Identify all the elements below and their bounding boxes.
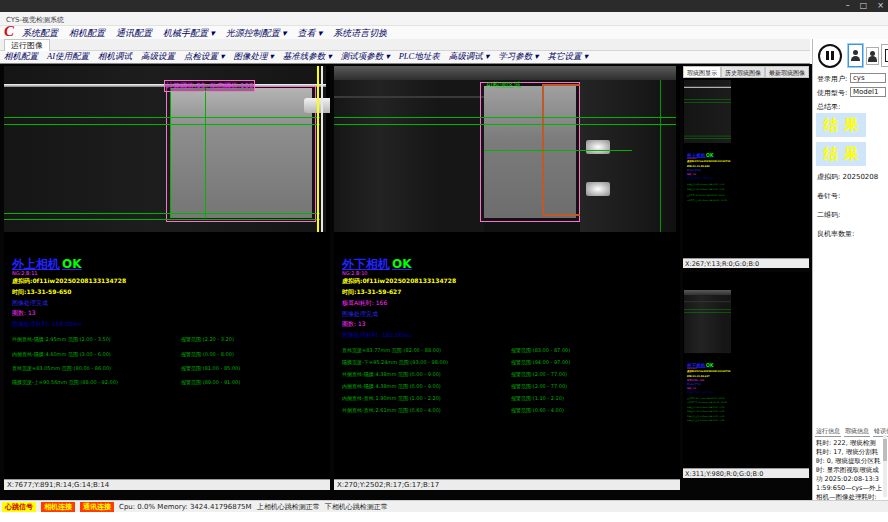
- needle-number-label: 卷针号:: [817, 191, 840, 201]
- tab-defect-display[interactable]: 瑕疵图显示: [683, 66, 721, 77]
- measurement-alarm: 报警范围:(0.00 - 8.00): [181, 351, 234, 357]
- measurement-label: 外侧直线-直线:2.61mm 范围:(0.60 - 4.00): [687, 420, 725, 422]
- tab-defect-history[interactable]: 历史瑕疵图像: [721, 66, 765, 77]
- tool-test-params[interactable]: 测试项参数 ▾: [341, 51, 390, 63]
- upper-camera-view[interactable]: 计算阈值:93, 动态阈值:100 外上相机OK NG:2,B:11 虚拟码:0…: [684, 80, 731, 237]
- defect-image-tabs: 瑕疵图显示 历史瑕疵图像 最新瑕疵图像: [683, 66, 809, 78]
- tool-advanced-debug[interactable]: 高级调试 ▾: [449, 51, 489, 63]
- close-button[interactable]: ×: [877, 1, 884, 11]
- process-time-line: 图像处理耗时: 258.00ms: [687, 177, 714, 180]
- tool-image-processing[interactable]: 图像处理 ▾: [233, 51, 273, 63]
- tool-other-settings[interactable]: 其它设置 ▾: [548, 51, 588, 63]
- user-manage-button[interactable]: [866, 47, 879, 65]
- person-icon: [868, 51, 877, 62]
- result-display-upper: 结 果: [816, 113, 866, 137]
- measurement-label: 内侧直线-直线:1.90mm 范围:(1.00 - 2.20): [687, 415, 725, 417]
- heartbeat-badge: 心跳信号: [2, 502, 36, 512]
- measure-line-vertical: [660, 80, 661, 232]
- lower-camera-thumbnail[interactable]: AI检测区域 外下相机OK NG:2,B:10 虚拟码:0f11iw202502…: [684, 290, 808, 450]
- tool-baseline-params[interactable]: 基准线参数 ▾: [283, 51, 332, 63]
- tool-ai-use-config[interactable]: AI使用配置: [47, 51, 89, 63]
- tab-run-image[interactable]: 运行图像: [4, 39, 50, 51]
- tab-run-info[interactable]: 运行信息: [815, 427, 841, 437]
- barcode-line: 虚拟码:0f11iw20250208133134728: [687, 370, 730, 373]
- cell-block: [170, 88, 312, 218]
- result-ok-badge: OK: [706, 153, 713, 158]
- measurement-row: 直线宽度=83.77mm 范围:(82.00 - 88.00) 报警范围:(83…: [684, 397, 731, 400]
- app-title: CYS-视觉检测系统: [6, 15, 64, 25]
- camera-result-subtitle: NG:2,B:10: [342, 270, 368, 276]
- log-scrollbar[interactable]: [883, 435, 887, 497]
- measurement-label: 外侧直线-隔膜:4.38mm 范围:(0.00 - 9.00): [342, 371, 441, 377]
- pause-button[interactable]: [818, 44, 842, 68]
- lower-camera-view[interactable]: AI检测区域 外下相机OK NG:2,B:10 虚拟码:0f11iw202502…: [334, 66, 680, 479]
- process-done-line: 图像处理完成: [342, 310, 378, 319]
- cpu-memory-stat: Cpu: 0.0% Memory: 3424.41796875M: [119, 503, 252, 511]
- measure-line: [4, 117, 320, 118]
- status-bar: 心跳信号 相机连接 通讯连接 Cpu: 0.0% Memory: 3424.41…: [0, 500, 888, 512]
- os-title-bar: – □ ×: [0, 0, 888, 12]
- total-result-label: 总结果:: [817, 102, 840, 112]
- tool-spot-check[interactable]: 点检设置 ▾: [184, 51, 224, 63]
- minimize-button[interactable]: –: [846, 1, 850, 11]
- threshold-overlay-label: 计算阈值:93, 动态阈值:100: [164, 80, 255, 92]
- maximize-button[interactable]: □: [860, 1, 868, 11]
- measure-line: [334, 124, 676, 125]
- result-display-lower: 结 果: [816, 142, 866, 166]
- measurement-label: 外侧直线-隔膜:2.95mm 范围:(2.00 - 3.50): [12, 336, 111, 342]
- measurement-alarm: 报警范围:(2.00 - 77.00): [511, 383, 567, 389]
- measurement-label: 隔膜宽度-上=90.56mm 范围:(88.00 - 92.00): [12, 379, 118, 385]
- measurement-row: 内侧直线-隔膜:4.60mm 范围:(3.00 - 6.00) 报警范围:(0.…: [684, 188, 731, 191]
- login-user-field[interactable]: cys: [850, 73, 886, 83]
- tool-learning-params[interactable]: 学习参数 ▾: [498, 51, 538, 63]
- measurement-label: 外侧直线-隔膜:4.38mm 范围:(0.00 - 9.00): [687, 406, 725, 408]
- measurement-row: 内侧直线-隔膜:4.38mm 范围:(0.00 - 9.00) 报警范围:(2.…: [334, 383, 680, 391]
- app-title-row: CYS-视觉检测系统: [0, 12, 888, 26]
- time-line: 时间:13-31-59-650: [687, 164, 710, 167]
- upper-camera-view[interactable]: 计算阈值:93, 动态阈值:100 外上相机OK NG:2,B:11 虚拟码:0…: [4, 66, 330, 479]
- measurement-label: 内侧直线-隔膜:4.60mm 范围:(3.00 - 6.00): [687, 188, 725, 190]
- control-panel: 登录用户: cys 使用型号: Model1 总结果: 结 果 结 果 虚拟码:…: [812, 39, 888, 500]
- machine-structure: [684, 295, 731, 353]
- tab-defect-latest[interactable]: 最新瑕疵图像: [765, 66, 809, 77]
- measurement-row: 隔膜宽度-上=90.56mm 范围:(88.00 - 92.00) 报警范围:(…: [684, 199, 731, 202]
- measurement-row: 内侧直线-直线:1.90mm 范围:(1.00 - 2.20) 报警范围:(1.…: [684, 415, 731, 418]
- menu-bar: C 系统配置 相机配置 通讯配置 机械手配置 ▾ 光源控制配置 ▾ 查看 ▾ 系…: [0, 26, 888, 39]
- edge-marker-yellow: [317, 66, 319, 232]
- pixel-coords-bar: X:7677;Y:891;R:14;G:14;B:14: [4, 479, 330, 490]
- tool-advanced-settings[interactable]: 高级设置: [141, 51, 175, 63]
- comm-connect-badge: 通讯连接: [80, 502, 114, 512]
- tool-plc-address[interactable]: PLC地址表: [399, 51, 440, 63]
- measurement-row: 外侧直线-隔膜:4.38mm 范围:(0.00 - 9.00) 报警范围:(2.…: [684, 406, 731, 409]
- measurement-alarm: 报警范围:(89.00 - 91.00): [181, 379, 240, 385]
- measurement-label: 外侧直线-直线:2.61mm 范围:(0.60 - 4.00): [342, 407, 441, 413]
- upper-camera-panel: 计算阈值:93, 动态阈值:100 外上相机OK NG:2,B:11 虚拟码:0…: [4, 66, 330, 490]
- model-field[interactable]: Model1: [850, 87, 886, 97]
- camera-image: [684, 80, 731, 143]
- model-label: 使用型号:: [817, 88, 847, 98]
- tool-camera-config[interactable]: 相机配置: [4, 51, 38, 63]
- tab-defect-info[interactable]: 瑕疵信息: [844, 427, 870, 437]
- operator-login-button[interactable]: [848, 44, 863, 67]
- virtual-code-label: 虚拟码: 20250208: [817, 172, 878, 182]
- result-ok-badge: OK: [706, 363, 713, 368]
- exit-button[interactable]: [881, 44, 888, 67]
- measurement-row: 隔膜宽度-上=90.56mm 范围:(88.00 - 92.00) 报警范围:(…: [4, 379, 330, 387]
- tab-strip: 运行图像: [0, 39, 810, 51]
- time-line: 时间:13-31-59-650: [12, 288, 71, 297]
- measurement-alarm: 报警范围:(83.00 - 87.00): [511, 347, 570, 353]
- tool-camera-debug[interactable]: 相机调试: [98, 51, 132, 63]
- measure-line-vertical: [170, 88, 171, 218]
- measurement-row: 外侧直线-隔膜:4.38mm 范围:(0.00 - 9.00) 报警范围:(2.…: [334, 371, 680, 379]
- lower-camera-view[interactable]: AI检测区域 外下相机OK NG:2,B:10 虚拟码:0f11iw202502…: [684, 290, 731, 447]
- scrollbar-thumb[interactable]: [883, 439, 887, 461]
- info-tabs: 运行信息 瑕疵信息 错误信息: [815, 427, 888, 437]
- ai-time-line: 极耳AI耗时: 166: [687, 379, 704, 382]
- toolbar: 相机配置 AI使用配置 相机调试 高级设置 点检设置 ▾ 图像处理 ▾ 基准线参…: [0, 51, 810, 64]
- machine-edge: [684, 87, 731, 88]
- upper-camera-thumbnail[interactable]: 计算阈值:93, 动态阈值:100 外上相机OK NG:2,B:11 虚拟码:0…: [684, 80, 808, 240]
- app-logo-icon: C: [4, 23, 14, 40]
- app-window: – □ × CYS-视觉检测系统 C 系统配置 相机配置 通讯配置 机械手配置 …: [0, 0, 888, 522]
- highlight-spot: [586, 140, 610, 154]
- barcode-line: 虚拟码:0f11iw20250208133134728: [342, 277, 456, 286]
